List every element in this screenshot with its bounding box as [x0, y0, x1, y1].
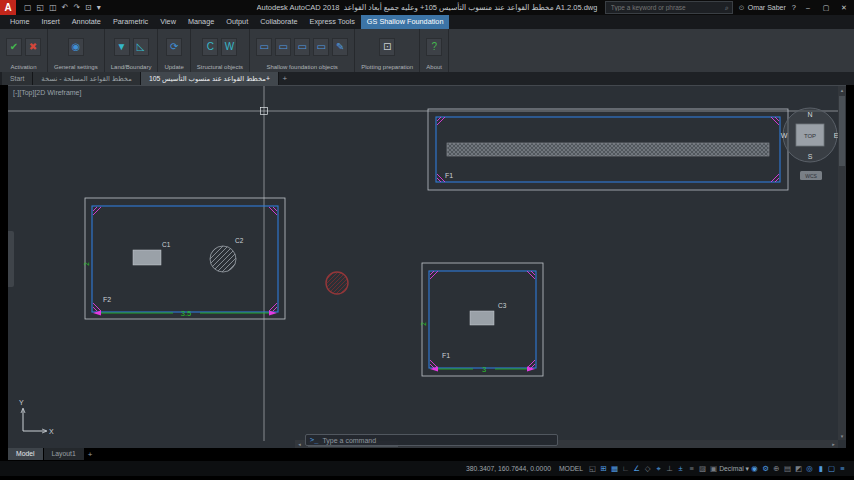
strip-footing-f1[interactable]: F1 — [428, 109, 788, 190]
model-tab[interactable]: Model — [8, 448, 43, 460]
general-settings-button[interactable]: ◉ — [68, 38, 84, 56]
viewcube[interactable]: TOP N S W E WCS — [781, 108, 838, 180]
tab-manage[interactable]: Manage — [182, 15, 220, 29]
coordinates-readout[interactable]: 380.3407, 160.7644, 0.0000 — [466, 465, 551, 472]
file-tab-current-drawing[interactable]: مخطط القواعد عند منسوب التأسيس 105+ — [141, 72, 279, 85]
column-c2[interactable] — [210, 246, 236, 272]
columns-button[interactable]: C — [202, 38, 218, 56]
land-button[interactable]: ▼ — [114, 38, 130, 56]
layout1-tab[interactable]: Layout1 — [44, 448, 84, 460]
scroll-right-icon[interactable]: ▸ — [829, 441, 838, 447]
grid-display-icon[interactable]: ▦ — [609, 464, 620, 473]
transparency-icon[interactable]: ▨ — [697, 464, 708, 473]
edit-footing-button[interactable]: ✎ — [332, 38, 348, 56]
isolate-objects-icon[interactable]: ◎ — [804, 464, 815, 473]
infer-constraints-icon[interactable]: ◱ — [587, 464, 598, 473]
plotting-button[interactable]: ⊡ — [379, 38, 395, 56]
qat-dropdown-icon[interactable]: ▾ — [97, 3, 101, 12]
space-label[interactable]: MODEL — [559, 465, 583, 472]
undo-icon[interactable]: ↶ — [62, 3, 69, 12]
quick-properties-icon[interactable]: ▤ — [782, 464, 793, 473]
annotation-monitor-icon[interactable]: ⊕ — [771, 464, 782, 473]
model-viewport[interactable]: [-][Top][2D Wireframe] F1 — [8, 85, 846, 448]
lineweight-icon[interactable]: ≡ — [686, 464, 697, 473]
viewcube-top-face[interactable]: TOP — [804, 133, 816, 139]
column-c1[interactable] — [133, 250, 161, 265]
selection-cycling-icon[interactable]: ▣ — [708, 464, 719, 473]
tab-view[interactable]: View — [154, 15, 182, 29]
close-button[interactable]: ✕ — [838, 4, 850, 12]
snap-mode-icon[interactable]: ⊞ — [598, 464, 609, 473]
drawing-canvas[interactable]: F1 C1 C2 F2 3.5 2 — [8, 86, 838, 449]
tab-insert[interactable]: Insert — [35, 15, 65, 29]
footing-f2-width-dimension[interactable]: 3.5 — [181, 309, 191, 318]
annotation-visibility-icon[interactable]: ◉ — [749, 464, 760, 473]
file-tab-drawing-2[interactable]: مخطط القواعد المسلحة - نسخة — [33, 72, 141, 85]
ortho-mode-icon[interactable]: ∟ — [620, 464, 631, 473]
vertical-scrollbar[interactable]: ▴ ▾ — [838, 86, 846, 440]
combined-footing-button[interactable]: ▭ — [275, 38, 291, 56]
viewcube-north[interactable]: N — [807, 111, 812, 118]
minimize-button[interactable]: ‒ — [802, 4, 814, 11]
scroll-up-icon[interactable]: ▴ — [841, 86, 844, 94]
customize-icon[interactable]: ≡ — [837, 464, 848, 473]
new-icon[interactable]: ▢ — [24, 3, 32, 12]
tab-annotate[interactable]: Annotate — [66, 15, 107, 29]
footing-f1-width-dimension[interactable]: 3 — [482, 365, 486, 374]
search-input[interactable] — [609, 3, 722, 12]
update-button[interactable]: ⟳ — [166, 38, 182, 56]
strip-footing-button[interactable]: ▭ — [294, 38, 310, 56]
help-icon[interactable]: ? — [792, 3, 796, 12]
about-button[interactable]: ? — [426, 38, 442, 56]
search-icon[interactable]: ⌕ — [725, 4, 729, 12]
workspace-gear-icon[interactable]: ⚙ — [760, 464, 771, 473]
maximize-button[interactable]: ▢ — [820, 4, 832, 12]
lock-ui-icon[interactable]: ◩ — [793, 464, 804, 473]
collapsed-palette-tab[interactable] — [8, 231, 14, 287]
isolated-footing-button[interactable]: ▭ — [256, 38, 272, 56]
footing-f2-height-dimension[interactable]: 2 — [83, 262, 90, 266]
signin-user[interactable]: ⊙ Omar Saber — [739, 4, 786, 12]
mat-footing-button[interactable]: ▭ — [313, 38, 329, 56]
scroll-left-icon[interactable]: ◂ — [295, 441, 304, 447]
vertical-scroll-thumb[interactable] — [839, 96, 845, 166]
file-tab-start[interactable]: Start — [2, 72, 33, 85]
plot-icon[interactable]: ⊡ — [85, 3, 92, 12]
footing-f1-height-dimension[interactable]: 2 — [420, 322, 427, 326]
tab-collaborate[interactable]: Collaborate — [254, 15, 303, 29]
command-line[interactable]: >_ Type a command — [305, 434, 558, 446]
strip-footing-hatch[interactable] — [447, 143, 769, 156]
isometric-drafting-icon[interactable]: ◇ — [642, 464, 653, 473]
command-placeholder[interactable]: Type a command — [322, 437, 376, 444]
clean-screen-icon[interactable]: ▢ — [826, 464, 837, 473]
dynamic-ucs-icon[interactable]: ⊥ — [664, 464, 675, 473]
tab-home[interactable]: Home — [4, 15, 35, 29]
scroll-down-icon[interactable]: ▾ — [841, 432, 844, 440]
column-c3[interactable] — [470, 311, 494, 325]
deactivate-button[interactable]: ✖ — [25, 38, 41, 56]
help-search-box[interactable]: ⌕ — [605, 1, 733, 14]
walls-button[interactable]: W — [221, 38, 237, 56]
footing-f1[interactable]: C3 F1 3 2 — [420, 263, 543, 376]
activate-button[interactable]: ✔ — [6, 38, 22, 56]
viewcube-south[interactable]: S — [808, 153, 813, 160]
viewport-controls-label[interactable]: [-][Top][2D Wireframe] — [13, 89, 81, 96]
open-icon[interactable]: ◱ — [37, 3, 45, 12]
redo-icon[interactable]: ↷ — [73, 3, 80, 12]
polar-tracking-icon[interactable]: ∠ — [631, 464, 642, 473]
viewcube-west[interactable]: W — [781, 132, 788, 139]
footing-f2[interactable]: C1 C2 F2 3.5 2 — [83, 198, 285, 319]
wcs-menu-label[interactable]: WCS — [805, 173, 817, 179]
object-snap-tracking-icon[interactable]: ⌖ — [653, 464, 664, 474]
dynamic-input-icon[interactable]: ± — [675, 464, 686, 473]
new-layout-button[interactable]: + — [85, 450, 96, 459]
graphics-performance-icon[interactable]: ▮ — [815, 464, 826, 473]
new-drawing-tab-button[interactable]: + — [279, 72, 291, 85]
tab-express-tools[interactable]: Express Tools — [304, 15, 361, 29]
tab-gs-shallow-foundation[interactable]: GS Shallow Foundation — [361, 15, 450, 29]
tab-output[interactable]: Output — [220, 15, 254, 29]
tab-parametric[interactable]: Parametric — [107, 15, 154, 29]
red-marker-circle[interactable] — [326, 272, 348, 294]
units-dropdown[interactable]: Decimal ▾ — [719, 465, 749, 473]
autocad-logo-icon[interactable]: A — [0, 0, 16, 15]
